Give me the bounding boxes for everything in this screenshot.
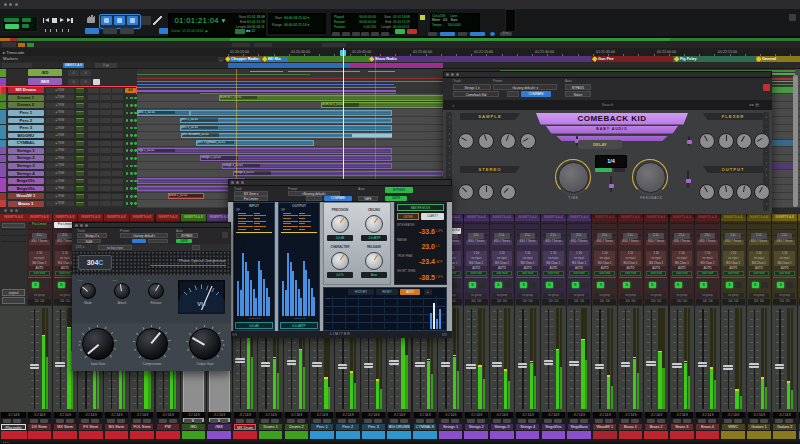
svg-text:VU: VU: [197, 301, 205, 307]
